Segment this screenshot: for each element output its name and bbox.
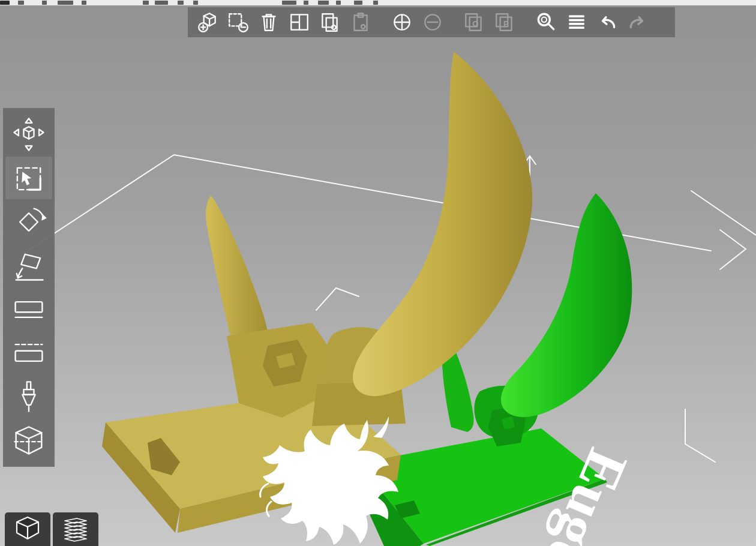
add-point-button[interactable] [389, 10, 415, 35]
undo-button[interactable] [595, 10, 620, 35]
solid-view-button[interactable] [5, 512, 50, 546]
menu-fragment [193, 1, 198, 5]
menu-fragment [155, 1, 168, 5]
layout-grid-icon [288, 11, 311, 34]
redo-button[interactable] [625, 10, 650, 35]
menu-fragment [42, 1, 47, 5]
menu-fragment [0, 1, 10, 5]
paste-model-button[interactable] [348, 10, 373, 35]
magnifier-icon [535, 11, 557, 34]
marquee-minus-icon [227, 11, 250, 34]
remove-model-button[interactable] [226, 10, 251, 35]
pages-letter-o-icon: O [463, 11, 485, 34]
svg-text:O: O [472, 20, 478, 28]
remove-point-button[interactable] [420, 10, 445, 35]
stacked-lines-icon [565, 11, 588, 34]
menu-fragment [282, 1, 296, 5]
flatten-top-tool-button[interactable] [5, 288, 52, 331]
layer-view-button[interactable] [53, 512, 98, 546]
move-tool-button[interactable] [5, 113, 52, 155]
menu-fragment [18, 1, 24, 5]
paste-params-button[interactable]: P [492, 10, 517, 35]
menu-fragment [318, 1, 329, 5]
copy-pages-icon [319, 11, 341, 34]
menu-fragment [336, 1, 341, 5]
top-toolbar: O P [188, 7, 675, 37]
auto-arrange-button[interactable] [287, 10, 312, 35]
menu-fragment [354, 1, 362, 5]
circle-minus-icon [421, 11, 444, 34]
crosshair-plus-icon [391, 11, 413, 34]
layer-stack-icon [58, 515, 94, 544]
rotate-tool-button[interactable] [5, 200, 52, 243]
dashed-line-slab-icon [10, 334, 48, 373]
cube-3d-icon [10, 515, 46, 544]
menu-fragment [82, 1, 86, 5]
slab-over-line-icon [10, 290, 48, 329]
delete-model-button[interactable] [256, 10, 281, 35]
paint-tool-button[interactable] [5, 376, 52, 418]
layer-list-button[interactable] [564, 10, 589, 35]
move-arrows-cube-icon [10, 115, 48, 154]
menu-fragment [304, 1, 308, 5]
pages-letter-p-icon: P [493, 11, 516, 34]
undo-arrow-icon [596, 11, 619, 34]
lay-flat-tool-button[interactable] [5, 244, 52, 287]
viewport-3d[interactable]: Euge [0, 0, 756, 546]
copy-model-button[interactable] [317, 10, 343, 35]
left-toolbar [3, 108, 55, 467]
sliced-cube-icon [10, 422, 48, 460]
trash-icon [257, 11, 280, 34]
rotate-diamond-icon [10, 203, 48, 241]
menu-fragment [58, 1, 73, 5]
slice-preview-tool-button[interactable] [5, 419, 52, 462]
svg-text:P: P [503, 20, 509, 28]
menu-fragment [178, 1, 184, 5]
flatten-bottom-tool-button[interactable] [5, 332, 52, 374]
add-model-button[interactable] [195, 10, 220, 35]
paint-brush-icon [10, 378, 48, 416]
clipboard-icon [349, 11, 372, 34]
marquee-cursor-icon [10, 159, 48, 197]
menu-fragment [373, 1, 378, 5]
cut-off-menu-strip [0, 0, 756, 5]
zoom-button[interactable] [533, 10, 559, 35]
redo-arrow-icon [626, 11, 649, 34]
menu-fragment [143, 1, 149, 5]
copy-params-button[interactable]: O [461, 10, 487, 35]
view-toggle [5, 512, 98, 546]
lay-flat-icon [10, 247, 48, 285]
select-tool-button[interactable] [5, 157, 52, 199]
cube-plus-icon [196, 11, 219, 34]
scene-canvas[interactable]: Euge [0, 0, 756, 546]
